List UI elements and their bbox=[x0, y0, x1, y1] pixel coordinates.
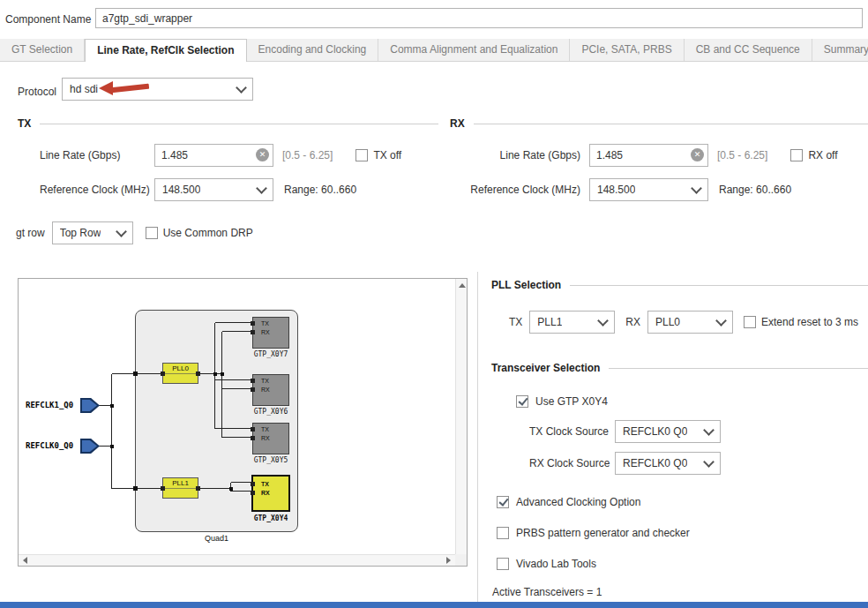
gtp-block-x0y5[interactable]: TX RX bbox=[252, 423, 289, 454]
tab-line-rate-refclk[interactable]: Line Rate, RefClk Selection bbox=[85, 39, 246, 62]
tx-refclk-range: Range: 60..660 bbox=[284, 184, 356, 196]
tab-summary[interactable]: Summary bbox=[812, 39, 868, 61]
annotation-arrow-icon bbox=[99, 79, 150, 97]
rx-line-rate-row: Line Rate (Gbps) ✕ [0.5 - 6.25] RX off bbox=[450, 144, 868, 167]
pll-rx-select[interactable]: PLL0 bbox=[647, 311, 733, 334]
chevron-down-icon bbox=[703, 456, 715, 468]
tx-clock-value: REFCLK0 Q0 bbox=[623, 425, 687, 438]
pll-selection-row: TX PLL1 RX PLL0 Extend reset to 3 ms bbox=[491, 311, 868, 334]
tx-port-label: TX bbox=[261, 320, 269, 327]
connection-pin bbox=[161, 372, 165, 376]
rx-line-rate-field: ✕ bbox=[589, 144, 708, 167]
clear-icon[interactable]: ✕ bbox=[691, 148, 704, 161]
prbs-label: PRBS pattern generator and checker bbox=[516, 527, 690, 539]
rx-section-header: RX bbox=[450, 117, 868, 130]
rx-refclk-label: Reference Clock (MHz) bbox=[450, 184, 589, 196]
scroll-right-icon[interactable] bbox=[446, 557, 451, 564]
marker-fill bbox=[82, 440, 97, 452]
use-common-drp-group: Use Common DRP bbox=[146, 227, 253, 239]
chevron-down-icon bbox=[597, 315, 609, 327]
rx-off-group: RX off bbox=[790, 149, 837, 161]
tab-encoding-clocking[interactable]: Encoding and Clocking bbox=[247, 39, 379, 61]
protocol-label: Protocol bbox=[18, 86, 56, 98]
chevron-down-icon bbox=[256, 183, 267, 194]
use-common-drp-checkbox[interactable] bbox=[146, 227, 158, 239]
rx-section-title: RX bbox=[450, 117, 465, 130]
scrollbar-corner bbox=[455, 554, 467, 566]
pll-tx-select[interactable]: PLL1 bbox=[529, 311, 615, 334]
chevron-down-icon bbox=[703, 424, 715, 436]
tab-pcie-sata-prbs[interactable]: PCIe, SATA, PRBS bbox=[570, 39, 684, 61]
pll-rx-label: RX bbox=[625, 316, 640, 328]
gtp-name-label: GTP_X0Y4 bbox=[239, 514, 303, 522]
transceiver-selection-header: Transceiver Selection bbox=[491, 362, 868, 374]
section-rule bbox=[40, 124, 438, 124]
rx-refclk-select[interactable]: 148.500 bbox=[589, 178, 708, 201]
refclk1-label: REFCLK1_Q0 bbox=[26, 401, 73, 409]
transceiver-diagram-panel: PLL0 PLL1 TX RX GTP_X0Y7 TX RX GTP_X0Y6 bbox=[18, 278, 468, 567]
gt-row-select[interactable]: Top Row bbox=[52, 221, 133, 244]
tab-gt-selection[interactable]: GT Selection bbox=[0, 39, 85, 61]
pll-tx-value: PLL1 bbox=[537, 316, 562, 328]
clear-icon[interactable]: ✕ bbox=[256, 148, 269, 161]
prbs-checkbox[interactable] bbox=[497, 527, 509, 539]
component-name-input[interactable] bbox=[95, 8, 863, 28]
gt-wizard-window: Component Name GT Selection Line Rate, R… bbox=[0, 0, 868, 608]
use-common-drp-label: Use Common DRP bbox=[163, 227, 253, 239]
diagram-canvas: PLL0 PLL1 TX RX GTP_X0Y7 TX RX GTP_X0Y6 bbox=[19, 279, 467, 566]
tx-off-group: TX off bbox=[355, 149, 401, 161]
connection-pin bbox=[161, 486, 165, 491]
gtp-name-label: GTP_X0Y5 bbox=[239, 456, 303, 464]
gtp-name-label: GTP_X0Y7 bbox=[239, 350, 303, 358]
advanced-clocking-checkbox[interactable] bbox=[497, 496, 509, 508]
chevron-down-icon bbox=[691, 183, 702, 194]
panel-divider bbox=[477, 272, 478, 602]
rx-off-label: RX off bbox=[808, 149, 837, 161]
tab-comma-alignment[interactable]: Comma Alignment and Equalization bbox=[378, 39, 570, 61]
scroll-left-icon[interactable] bbox=[23, 557, 27, 564]
vivado-lab-checkbox[interactable] bbox=[497, 558, 509, 570]
tab-cb-cc-sequence[interactable]: CB and CC Sequence bbox=[685, 39, 812, 61]
gtp-block-x0y4[interactable]: TX RX bbox=[251, 475, 290, 512]
tx-pin bbox=[251, 321, 255, 326]
use-gtp-row: Use GTP X0Y4 bbox=[491, 395, 868, 408]
rx-clock-value: REFCLK0 Q0 bbox=[623, 457, 687, 469]
tx-line-rate-field: ✕ bbox=[154, 144, 273, 167]
diagram-wires bbox=[19, 279, 467, 566]
rx-line-rate-range: [0.5 - 6.25] bbox=[717, 149, 767, 161]
rx-line-rate-label: Line Rate (Gbps) bbox=[450, 149, 589, 161]
section-rule bbox=[474, 124, 868, 124]
rx-port-label: RX bbox=[261, 329, 270, 336]
vertical-scrollbar[interactable] bbox=[455, 279, 467, 554]
connection-pin bbox=[196, 372, 200, 376]
horizontal-scrollbar[interactable] bbox=[19, 554, 455, 566]
tx-refclk-select[interactable]: 148.500 bbox=[154, 178, 273, 201]
quad-label: Quad1 bbox=[135, 534, 298, 543]
gtp-block-x0y6[interactable]: TX RX bbox=[252, 374, 289, 406]
rx-off-checkbox[interactable] bbox=[790, 149, 803, 161]
rx-clock-label: RX Clock Source bbox=[529, 457, 615, 469]
rx-pin bbox=[251, 491, 255, 495]
rx-refclk-row: Reference Clock (MHz) 148.500 Range: 60.… bbox=[450, 178, 868, 201]
protocol-select[interactable]: hd sdi bbox=[62, 78, 253, 101]
tx-line-rate-range: [0.5 - 6.25] bbox=[282, 149, 333, 161]
gtp-block-x0y7[interactable]: TX RX bbox=[252, 317, 289, 349]
tx-port-label: TX bbox=[261, 426, 269, 433]
extend-reset-group: Extend reset to 3 ms bbox=[744, 316, 865, 328]
tx-refclk-value: 148.500 bbox=[162, 184, 200, 196]
pll-selection-title: PLL Selection bbox=[491, 279, 561, 291]
tx-off-checkbox[interactable] bbox=[355, 149, 368, 161]
use-gtp-checkbox[interactable] bbox=[516, 395, 528, 408]
scroll-up-icon[interactable] bbox=[459, 283, 466, 288]
tx-clock-select[interactable]: REFCLK0 Q0 bbox=[615, 420, 721, 443]
vivado-lab-label: Vivado Lab Tools bbox=[516, 558, 596, 570]
tx-line-rate-label: Line Rate (Gbps) bbox=[18, 149, 154, 161]
tx-port-label: TX bbox=[261, 481, 269, 488]
rx-clock-select[interactable]: REFCLK0 Q0 bbox=[615, 452, 721, 475]
rx-refclk-range: Range: 60..660 bbox=[719, 184, 791, 196]
extend-reset-checkbox[interactable] bbox=[744, 316, 756, 328]
rx-refclk-value: 148.500 bbox=[597, 184, 635, 196]
pll1-label: PLL1 bbox=[163, 478, 198, 489]
protocol-value: hd sdi bbox=[70, 83, 98, 95]
tx-port-label: TX bbox=[261, 378, 269, 385]
